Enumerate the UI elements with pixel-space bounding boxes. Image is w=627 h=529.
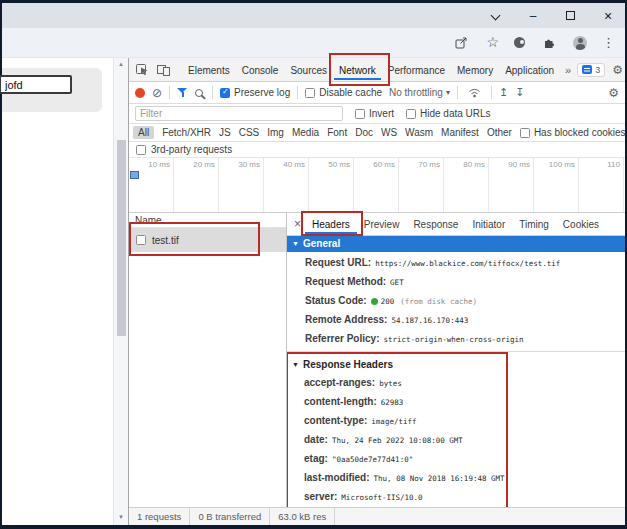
checkbox-icon[interactable]	[406, 109, 416, 119]
extension-icon[interactable]	[514, 37, 525, 48]
chip-wasm[interactable]: Wasm	[405, 127, 433, 138]
chip-doc[interactable]: Doc	[355, 127, 373, 138]
chip-media[interactable]: Media	[292, 127, 319, 138]
header-row: etag:"0aa50de7e77d41:0"	[288, 448, 506, 467]
header-name: server:	[304, 491, 337, 502]
preserve-log-checkbox[interactable]: Preserve log	[220, 87, 290, 98]
header-row: Request Method:GET	[287, 271, 625, 290]
tab-headers[interactable]: Headers	[305, 214, 357, 234]
scroll-up-icon[interactable]: ▲	[114, 61, 128, 67]
search-icon[interactable]	[195, 89, 203, 97]
header-value: image/tiff	[371, 417, 416, 426]
tab-cookies[interactable]: Cookies	[556, 214, 606, 234]
response-headers-section-header[interactable]: ▼Response Headers	[288, 356, 506, 372]
throttling-dropdown[interactable]: No throttling ▾	[389, 87, 450, 98]
tab-console[interactable]: Console	[237, 60, 284, 80]
chip-img[interactable]: Img	[267, 127, 284, 138]
tab-initiator[interactable]: Initiator	[465, 214, 512, 234]
tab-timing[interactable]: Timing	[512, 214, 556, 234]
divider	[212, 86, 213, 99]
hide-data-urls-checkbox[interactable]: Hide data URLs	[406, 108, 491, 119]
devtools-tabbar: Elements Console Sources Network Perform…	[129, 58, 625, 82]
tab-sources[interactable]: Sources	[285, 60, 332, 80]
invert-checkbox[interactable]: Invert	[355, 108, 394, 119]
timeline-tick: 110	[579, 158, 624, 212]
tab-application[interactable]: Application	[500, 60, 559, 80]
status-green-dot-icon	[371, 298, 378, 305]
tab-elements[interactable]: Elements	[183, 60, 235, 80]
chip-fetch-xhr[interactable]: Fetch/XHR	[162, 127, 211, 138]
general-section-header[interactable]: ▼General	[287, 236, 625, 252]
timeline-tick: 80 ms	[444, 158, 489, 212]
more-tabs-icon[interactable]: »	[561, 64, 575, 76]
import-har-icon[interactable]: ↥	[499, 86, 508, 99]
checkbox-icon[interactable]	[355, 109, 365, 119]
network-conditions-icon[interactable]	[468, 87, 481, 98]
divider	[169, 86, 170, 99]
settings-gear-icon[interactable]: ⚙	[612, 64, 623, 76]
has-blocked-cookies-checkbox[interactable]: Has blocked cookies	[520, 127, 626, 138]
extensions-puzzle-icon[interactable]	[543, 37, 555, 49]
close-window-button[interactable]: ×	[601, 10, 615, 22]
bookmark-star-icon[interactable]: ☆	[486, 36, 499, 49]
header-value: Microsoft-IIS/10.0	[341, 493, 422, 502]
tab-performance[interactable]: Performance	[383, 60, 450, 80]
checkbox-icon[interactable]	[305, 88, 315, 98]
collapse-triangle-icon: ▼	[292, 361, 299, 368]
menu-kebab-icon[interactable]: ⋮	[602, 35, 615, 50]
close-details-icon[interactable]: ×	[290, 217, 305, 231]
profile-avatar[interactable]	[573, 36, 587, 50]
request-row-test-tif[interactable]: test.tif	[129, 228, 286, 252]
inspect-element-icon[interactable]	[136, 64, 149, 76]
third-party-label: 3rd-party requests	[151, 144, 232, 155]
tab-memory[interactable]: Memory	[452, 60, 498, 80]
divider	[457, 86, 458, 99]
tab-preview[interactable]: Preview	[357, 214, 407, 234]
chip-js[interactable]: JS	[219, 127, 231, 138]
name-column-header[interactable]: Name	[129, 213, 286, 228]
header-row: date:Thu, 24 Feb 2022 10:08:00 GMT	[288, 429, 506, 448]
clear-icon[interactable]: ⊘	[152, 86, 162, 100]
third-party-checkbox[interactable]	[136, 145, 146, 155]
share-icon[interactable]	[455, 37, 468, 49]
header-value: Thu, 24 Feb 2022 10:08:00 GMT	[332, 436, 463, 445]
header-row: last-modified:Thu, 08 Nov 2018 16:19:48 …	[288, 467, 506, 486]
header-name: content-length:	[304, 396, 377, 407]
checkbox-checked-icon[interactable]	[220, 88, 230, 98]
device-toolbar-icon[interactable]	[157, 64, 170, 76]
timeline-tick: 70 ms	[399, 158, 444, 212]
chip-all[interactable]: All	[133, 126, 154, 139]
record-icon[interactable]	[135, 88, 145, 98]
timeline-request-bar[interactable]	[130, 171, 139, 179]
header-name: Request URL:	[305, 257, 371, 268]
issues-badge[interactable]: 3	[577, 63, 605, 77]
chip-other[interactable]: Other	[487, 127, 512, 138]
timeline-tick: 40 ms	[264, 158, 309, 212]
has-blocked-cookies-label: Has blocked cookies	[534, 127, 626, 138]
request-checkbox[interactable]	[136, 235, 146, 245]
minimize-button[interactable]: –	[526, 10, 540, 22]
resource-type-filters: All Fetch/XHR JS CSS Img Media Font Doc …	[129, 124, 625, 142]
timeline-overview[interactable]: 10 ms 20 ms 30 ms 40 ms 50 ms 60 ms 70 m…	[129, 158, 625, 213]
scroll-down-icon[interactable]: ▼	[114, 514, 128, 520]
scrollbar-thumb[interactable]	[117, 140, 126, 336]
window-chevron-icon[interactable]	[491, 11, 500, 20]
disable-cache-checkbox[interactable]: Disable cache	[305, 87, 382, 98]
timeline-tick: 50 ms	[309, 158, 354, 212]
filter-funnel-icon[interactable]	[177, 87, 188, 98]
hide-data-urls-label: Hide data URLs	[420, 108, 491, 119]
tab-network[interactable]: Network	[334, 60, 381, 80]
collapse-triangle-icon: ▼	[292, 240, 299, 247]
tab-response[interactable]: Response	[406, 214, 465, 234]
filter-input[interactable]	[135, 106, 343, 121]
maximize-button[interactable]	[566, 11, 575, 20]
chip-css[interactable]: CSS	[239, 127, 260, 138]
page-scrollbar[interactable]: ▲ ▼	[113, 58, 128, 525]
export-har-icon[interactable]: ↧	[515, 86, 524, 99]
chip-font[interactable]: Font	[327, 127, 347, 138]
chip-ws[interactable]: WS	[381, 127, 397, 138]
page-text-input[interactable]	[0, 75, 72, 94]
network-settings-gear-icon[interactable]: ⚙	[608, 87, 619, 99]
checkbox-icon[interactable]	[520, 128, 530, 138]
chip-manifest[interactable]: Manifest	[441, 127, 479, 138]
